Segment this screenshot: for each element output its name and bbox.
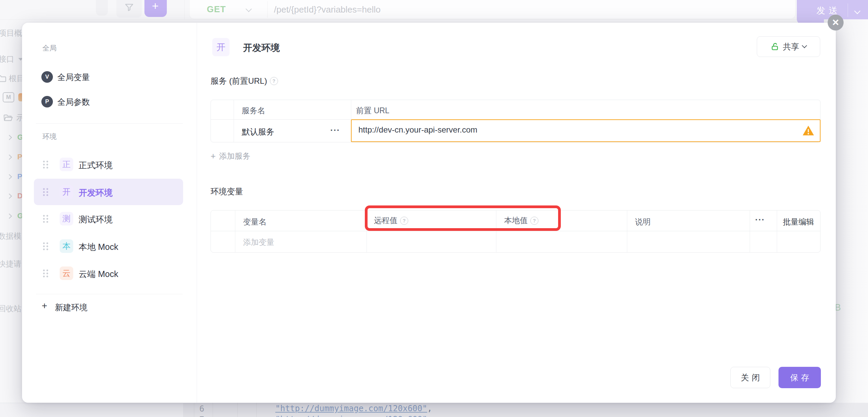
drag-handle-icon[interactable] xyxy=(43,242,48,250)
env-item-local-mock[interactable]: 本 本地 Mock xyxy=(34,233,183,259)
filter-icon xyxy=(124,3,134,14)
more-icon[interactable] xyxy=(755,215,765,225)
column-divider xyxy=(777,211,777,252)
env-item-testing[interactable]: 测 测试环境 xyxy=(34,205,183,232)
env-badge: 云 xyxy=(60,266,73,280)
drag-handle-icon[interactable] xyxy=(43,215,48,223)
indent-guide xyxy=(237,403,238,417)
request-url-input[interactable]: /pet/{petId}?variables=hello xyxy=(274,4,380,15)
sidebar-item-global-params[interactable]: P 全局参数 xyxy=(34,91,183,113)
filter-button[interactable] xyxy=(116,0,142,18)
help-icon[interactable] xyxy=(270,77,278,85)
send-chevron-down-icon[interactable] xyxy=(854,8,860,14)
unlock-icon xyxy=(771,42,780,51)
sidebar-divider xyxy=(36,294,183,294)
table-header-divider xyxy=(211,231,820,231)
sidebar-item-global-variables[interactable]: V 全局变量 xyxy=(34,66,183,88)
tree-item-example-dir[interactable]: 示 xyxy=(3,113,24,123)
env-item-label: 云端 Mock xyxy=(79,269,118,280)
close-button[interactable]: 关闭 xyxy=(730,367,770,388)
column-divider xyxy=(234,100,234,142)
col-header-service-name: 服务名 xyxy=(242,105,265,116)
share-label: 共享 xyxy=(783,41,799,52)
request-url-text: /pet/{petId}?variables=hello xyxy=(274,4,380,15)
modal-title: 开发环境 xyxy=(243,42,280,54)
col-header-base-url: 前置 URL xyxy=(356,105,389,116)
env-badge: 正 xyxy=(60,158,73,171)
new-environment-button[interactable]: 新建环境 xyxy=(34,297,183,317)
env-item-label: 正式环境 xyxy=(79,160,113,171)
indent-guide xyxy=(213,403,213,417)
chevron-right-icon xyxy=(7,154,12,160)
indent-guide xyxy=(256,403,257,417)
line-number: 6 xyxy=(199,404,204,414)
help-icon[interactable] xyxy=(400,217,408,225)
drag-handle-icon[interactable] xyxy=(43,188,48,196)
service-name-cell[interactable]: 默认服务 xyxy=(242,126,274,137)
save-button[interactable]: 保存 xyxy=(778,367,821,388)
share-button[interactable]: 共享 xyxy=(757,36,820,57)
chevron-down-icon xyxy=(802,43,807,48)
environment-settings-modal: 全局 V 全局变量 P 全局参数 环境 正 正式环境 开 开发环境 xyxy=(22,23,836,403)
column-divider xyxy=(496,211,496,252)
help-icon[interactable] xyxy=(530,217,538,225)
global-param-icon: P xyxy=(41,96,53,107)
markdown-icon: M xyxy=(3,92,14,102)
more-icon[interactable] xyxy=(330,125,340,136)
base-url-input[interactable] xyxy=(358,125,786,135)
sidebar-item-label: 全局变量 xyxy=(57,72,90,83)
global-variable-icon: V xyxy=(41,71,53,83)
method-select[interactable]: GET xyxy=(207,4,226,15)
code-comma: , xyxy=(427,404,432,413)
sidebar-divider xyxy=(36,123,183,124)
env-badge: 开 xyxy=(60,185,73,199)
new-environment-label: 新建环境 xyxy=(55,302,87,313)
global-section-label: 全局 xyxy=(42,43,57,53)
env-item-label: 测试环境 xyxy=(79,214,113,225)
chevron-right-icon xyxy=(7,193,12,199)
folder-icon xyxy=(0,75,6,82)
close-icon xyxy=(832,16,839,28)
method-label: GET xyxy=(207,4,226,14)
chevron-right-icon xyxy=(7,174,12,179)
column-divider xyxy=(367,211,367,252)
col-header-batch-edit[interactable]: 批量编辑 xyxy=(783,217,814,227)
code-line-partial: "http://dummyimage.com/120x600" xyxy=(275,415,427,417)
add-variable-row[interactable]: 添加变量 xyxy=(243,237,274,247)
url-divider xyxy=(267,1,268,18)
add-service-button[interactable]: 添加服务 xyxy=(211,151,250,161)
drag-handle-icon[interactable] xyxy=(43,161,48,168)
services-section-label: 服务 (前置URL) xyxy=(211,76,278,86)
column-divider xyxy=(750,211,750,252)
column-divider xyxy=(627,211,627,252)
sidebar-item-data-models[interactable]: 数据模 xyxy=(0,231,21,241)
modal-env-badge: 开 xyxy=(212,38,230,56)
env-item-label: 本地 Mock xyxy=(79,241,118,253)
sidebar-item-label: 全局参数 xyxy=(57,97,90,107)
sidebar-item-quick-request[interactable]: 快捷请 xyxy=(0,259,21,269)
env-item-development[interactable]: 开 开发环境 xyxy=(34,179,183,205)
open-folder-icon xyxy=(3,114,13,122)
plus-icon xyxy=(152,0,159,13)
env-badge: 测 xyxy=(60,212,73,225)
tree-item-root-dir[interactable]: 根目 xyxy=(0,73,24,84)
chevron-right-icon xyxy=(7,213,12,219)
env-item-cloud-mock[interactable]: 云 云端 Mock xyxy=(34,260,183,286)
drag-handle-icon[interactable] xyxy=(43,270,48,277)
env-item-production[interactable]: 正 正式环境 xyxy=(34,151,183,178)
toolbar-partial-button[interactable] xyxy=(96,0,108,16)
code-link[interactable]: "http://dummyimage.com/120x600" xyxy=(275,404,427,413)
col-header-remote-value: 远程值 xyxy=(374,215,408,226)
app-screenshot: GET /pet/{petId}?variables=hello 发送 项目概 … xyxy=(0,0,868,417)
add-request-button[interactable] xyxy=(144,0,167,17)
sidebar-item-trash[interactable]: 回收站 xyxy=(0,303,21,314)
indent-guide xyxy=(194,403,194,417)
sidebar-item-apis[interactable]: 接口 xyxy=(0,54,23,64)
panel-divider xyxy=(184,0,185,19)
code-line: "http://dummyimage.com/120x600", xyxy=(275,404,432,413)
variables-section-label: 环境变量 xyxy=(211,186,243,197)
base-url-input-wrap xyxy=(351,119,821,142)
modal-close-button[interactable] xyxy=(828,15,844,31)
sidebar-item-project-overview[interactable]: 项目概 xyxy=(0,28,22,38)
code-editor-strip: 6 "http://dummyimage.com/120x600", 7 "ht… xyxy=(0,403,868,417)
